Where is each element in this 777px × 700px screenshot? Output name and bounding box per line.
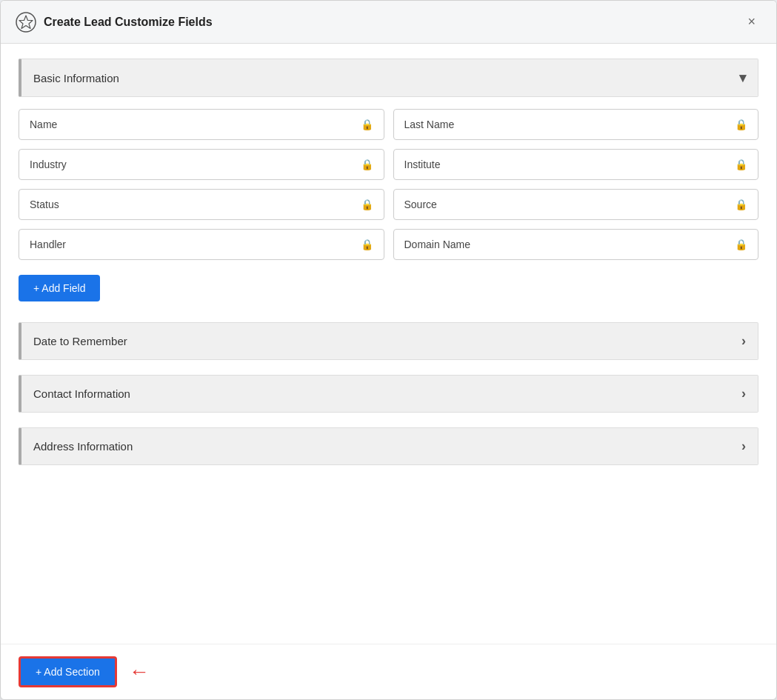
fields-grid-basic-information: Name 🔒 Last Name 🔒 Industry 🔒 Institute xyxy=(19,109,758,260)
chevron-contact-information: › xyxy=(741,386,746,401)
lock-icon-source: 🔒 xyxy=(735,199,747,210)
lock-icon-name: 🔒 xyxy=(361,119,373,130)
field-label-handler: Handler xyxy=(30,239,66,250)
lock-icon-institute: 🔒 xyxy=(735,159,747,170)
field-source[interactable]: Source 🔒 xyxy=(393,189,759,220)
arrow-right-icon: ← xyxy=(129,660,150,684)
section-header-date-to-remember[interactable]: Date to Remember › xyxy=(19,322,758,360)
lock-icon-domain-name: 🔒 xyxy=(735,239,747,250)
arrow-indicator: ← xyxy=(129,660,150,684)
modal-header: Create Lead Customize Fields × xyxy=(1,1,776,44)
section-content-basic-information: Name 🔒 Last Name 🔒 Industry 🔒 Institute xyxy=(19,97,758,307)
add-section-button[interactable]: + Add Section xyxy=(19,656,117,687)
field-handler[interactable]: Handler 🔒 xyxy=(19,229,384,260)
field-label-last-name: Last Name xyxy=(404,119,455,130)
field-label-status: Status xyxy=(30,199,59,210)
section-title-date-to-remember: Date to Remember xyxy=(33,335,127,347)
chevron-date-to-remember: › xyxy=(741,333,746,349)
field-industry[interactable]: Industry 🔒 xyxy=(19,149,384,180)
section-basic-information: Basic Information ▾ Name 🔒 Last Name 🔒 xyxy=(19,59,758,307)
star-icon xyxy=(16,12,36,33)
section-header-basic-information[interactable]: Basic Information ▾ xyxy=(19,59,758,97)
field-last-name[interactable]: Last Name 🔒 xyxy=(393,109,759,140)
section-title-contact-information: Contact Information xyxy=(33,387,130,400)
field-label-name: Name xyxy=(30,119,57,130)
modal-body: Basic Information ▾ Name 🔒 Last Name 🔒 xyxy=(1,44,776,644)
field-domain-name[interactable]: Domain Name 🔒 xyxy=(393,229,759,260)
section-address-information: Address Information › xyxy=(19,427,758,465)
field-status[interactable]: Status 🔒 xyxy=(19,189,384,220)
lock-icon-industry: 🔒 xyxy=(361,159,373,170)
section-header-contact-information[interactable]: Contact Information › xyxy=(19,375,758,413)
modal-title: Create Lead Customize Fields xyxy=(44,16,213,29)
field-name[interactable]: Name 🔒 xyxy=(19,109,384,140)
section-date-to-remember: Date to Remember › xyxy=(19,322,758,360)
add-field-button[interactable]: + Add Field xyxy=(19,275,100,301)
lock-icon-status: 🔒 xyxy=(361,199,373,210)
section-title-address-information: Address Information xyxy=(33,440,133,453)
lock-icon-handler: 🔒 xyxy=(361,239,373,250)
modal-container: Create Lead Customize Fields × Basic Inf… xyxy=(0,0,777,700)
header-left: Create Lead Customize Fields xyxy=(16,12,213,33)
field-label-industry: Industry xyxy=(30,159,67,170)
field-institute[interactable]: Institute 🔒 xyxy=(393,149,759,180)
svg-marker-1 xyxy=(19,16,33,29)
section-header-address-information[interactable]: Address Information › xyxy=(19,427,758,465)
section-contact-information: Contact Information › xyxy=(19,375,758,413)
modal-footer: + Add Section ← xyxy=(1,644,776,699)
lock-icon-last-name: 🔒 xyxy=(735,119,747,130)
field-label-institute: Institute xyxy=(404,159,441,170)
close-button[interactable]: × xyxy=(741,11,761,33)
field-label-source: Source xyxy=(404,199,437,210)
field-label-domain-name: Domain Name xyxy=(404,239,470,250)
section-title-basic-information: Basic Information xyxy=(33,72,119,84)
chevron-basic-information: ▾ xyxy=(739,70,746,86)
chevron-address-information: › xyxy=(741,439,746,454)
